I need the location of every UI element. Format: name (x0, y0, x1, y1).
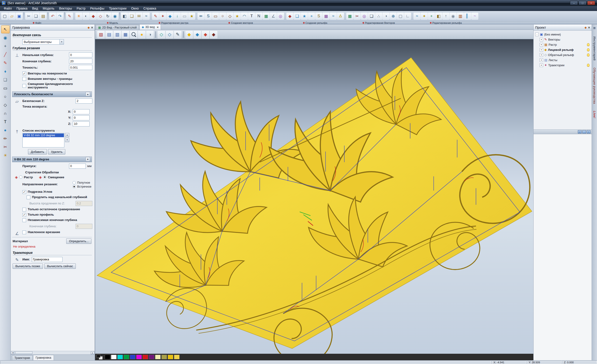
copy-model-icon[interactable]: ❏ (128, 13, 135, 20)
rest-only-checkbox[interactable]: Только остаточное гравирование (22, 208, 92, 211)
checkbox-icon[interactable] (22, 218, 26, 222)
menu-item[interactable]: Траектории (107, 6, 129, 10)
open-file-icon[interactable]: ▱ (8, 13, 16, 20)
menu-item[interactable]: Векторы (57, 6, 74, 10)
edit-pen-icon[interactable]: ✎ (66, 13, 73, 20)
spin-relief-icon[interactable]: ★ (301, 13, 308, 20)
calculate-now-button[interactable]: Вычислить сейчас (44, 263, 76, 269)
calculate-later-button[interactable]: Вычислить позже (13, 263, 43, 269)
polygon-vector-icon[interactable]: ◇ (227, 13, 233, 20)
relief-3d-view[interactable] (95, 39, 533, 354)
conventional-option[interactable]: Встречное (72, 185, 91, 188)
palette-swatch[interactable] (155, 355, 161, 359)
plane-xy-icon[interactable]: ◇ (158, 31, 165, 38)
toolbar-separator[interactable] (64, 12, 65, 20)
group-vectors-icon[interactable]: ❏ (368, 13, 375, 20)
cylindrical-offset-checkbox[interactable]: Смещение Цилиндрического инструмента (22, 82, 92, 89)
tab-2d-view[interactable]: ▦ 2D Вид - Растровый слой (96, 25, 139, 30)
palette-swatch[interactable] (168, 355, 173, 359)
mirror-model-icon[interactable]: ◧ (121, 13, 128, 20)
tab-tutorials[interactable]: Обучающие руководства (593, 68, 596, 104)
paint-brush-icon[interactable]: ✎ (152, 13, 159, 20)
trim-icon[interactable]: ✂ (353, 13, 361, 20)
rectangle-tool-icon[interactable]: ▭ (1, 84, 9, 92)
layers-tool-icon[interactable]: ❏ (1, 76, 9, 84)
tree-expander-icon[interactable]: + (540, 43, 543, 47)
sweep-icon[interactable]: S (315, 13, 322, 20)
menu-item[interactable]: Растр (74, 6, 88, 10)
tree-expander-icon[interactable]: - (535, 33, 539, 36)
tree-expander-icon[interactable]: + (540, 48, 543, 52)
palette-swatch[interactable] (174, 355, 180, 359)
bulb-icon[interactable] (587, 43, 589, 46)
save-file-icon[interactable]: ▣ (16, 13, 23, 20)
grid-snap-icon[interactable]: ▦ (263, 13, 270, 20)
palette-swatch[interactable] (161, 355, 167, 359)
wave-relief-icon[interactable]: ≈ (330, 13, 337, 20)
notes-icon[interactable]: ✉ (135, 13, 142, 20)
minimize-button[interactable]: – (570, 1, 578, 5)
palette-swatch[interactable] (124, 355, 129, 359)
eraser-icon[interactable]: ▭ (181, 13, 188, 20)
tool-list-item[interactable]: V-Bit 32 mm 110 degree (23, 134, 64, 137)
arc-vector-icon[interactable]: ◠ (241, 13, 248, 20)
toolbar-separator[interactable] (47, 12, 48, 20)
package-icon[interactable]: ◧ (435, 13, 442, 20)
align-icon[interactable]: ∴ (375, 13, 382, 20)
text-vector-icon[interactable]: T (248, 13, 255, 20)
vector-association-select[interactable]: Выбранные векторы ▼ (22, 39, 64, 45)
tree-expander-icon[interactable]: + (540, 53, 543, 57)
checkbox-icon[interactable] (22, 190, 26, 194)
independent-depth-checkbox[interactable]: Независимая конечная глубина (22, 218, 92, 222)
smooth-relief-icon[interactable]: ≈ (414, 13, 420, 20)
tree-item[interactable]: + ▤ Листы (534, 57, 591, 63)
distort-icon[interactable]: ~ (471, 13, 478, 20)
light-tool-icon[interactable]: ☀ (1, 151, 9, 159)
scissors-tool-icon[interactable]: ✂ (1, 143, 9, 151)
select-box-icon[interactable]: ▢ (397, 13, 404, 20)
3d-canvas[interactable] (95, 39, 533, 354)
bulb-icon[interactable] (587, 53, 589, 56)
pin-icon[interactable]: ◆ (585, 26, 587, 29)
relief-gold-icon[interactable]: ◆ (185, 31, 193, 38)
redo-icon[interactable]: ↷ (56, 13, 63, 20)
arc-tool-icon[interactable]: ∩ (1, 110, 9, 117)
pencil-vector-icon[interactable]: ✏ (197, 13, 204, 20)
pen-tool-icon[interactable]: ✎ (1, 59, 9, 67)
palette-swatch[interactable] (130, 355, 135, 359)
collapse-up-icon[interactable]: ▲ (86, 92, 90, 96)
bezier-icon[interactable]: S (205, 13, 212, 20)
zoom-3d-icon[interactable] (130, 31, 137, 38)
allowance-input[interactable] (69, 164, 86, 169)
tree-item[interactable]: + ✎ Векторы (534, 37, 591, 42)
toolbar-separator[interactable] (119, 12, 120, 20)
tab-live[interactable]: Live! (593, 111, 596, 118)
ellipse-tool-icon[interactable]: ○ (1, 93, 9, 101)
climb-radio[interactable] (72, 181, 76, 184)
menu-item[interactable]: Файл (1, 6, 14, 10)
pencil-tool-icon[interactable]: ✏ (1, 135, 9, 142)
end-depth-input[interactable] (69, 59, 92, 64)
menu-item[interactable]: Окно (129, 6, 141, 10)
star-vector-icon[interactable]: ★ (234, 13, 241, 20)
define-material-button[interactable]: Определить... (66, 238, 91, 244)
tree-expander-icon[interactable]: + (540, 63, 543, 67)
pan-globe-icon[interactable]: ◉ (1, 34, 9, 42)
sculpt-icon[interactable]: ✦ (421, 13, 428, 20)
palette-swatch[interactable] (136, 355, 142, 359)
return-y-input[interactable] (73, 115, 90, 120)
preview-icon[interactable]: ◐ (83, 13, 90, 20)
start-depth-input[interactable] (69, 52, 92, 57)
mirror-vectors-icon[interactable]: ◑ (382, 13, 389, 20)
spray-tool-icon[interactable]: ♦ (1, 67, 9, 75)
close-button[interactable]: × (587, 1, 595, 5)
scrollbar-thumb[interactable] (15, 351, 32, 354)
palette-swatch[interactable] (117, 355, 123, 359)
tree-item[interactable]: + ◇ Обратный рельеф (534, 52, 591, 57)
palette-swatch[interactable] (149, 355, 154, 359)
remove-tool-button[interactable]: Удалить (48, 149, 65, 154)
extend-above-checkbox[interactable]: Продлить над начальной глубиной (27, 196, 92, 199)
tool-collapse-bar[interactable]: V-Bit 32 mm 110 degree ▼ (12, 157, 92, 162)
tool-list[interactable]: V-Bit 32 mm 110 degree (22, 133, 64, 148)
new-file-icon[interactable]: ▢ (1, 13, 8, 20)
